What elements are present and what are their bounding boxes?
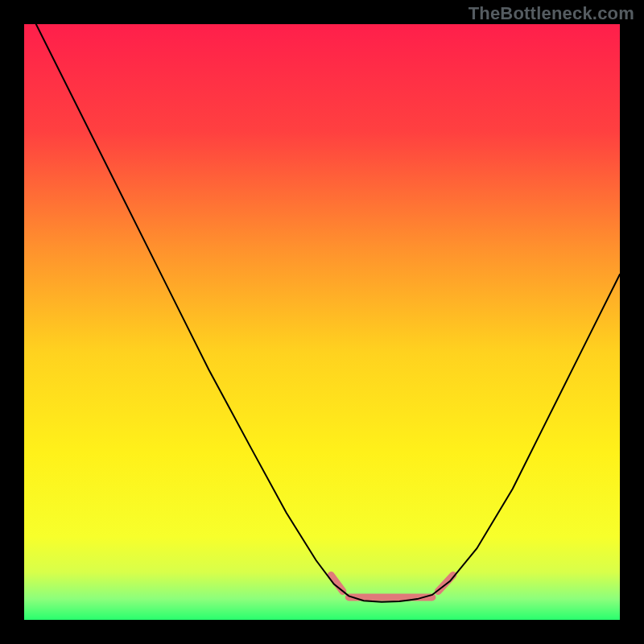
chart-frame: TheBottleneck.com [0,0,644,644]
watermark-label: TheBottleneck.com [469,3,634,24]
chart-svg [24,24,620,620]
chart-plot-area [24,24,620,620]
chart-background [24,24,620,620]
